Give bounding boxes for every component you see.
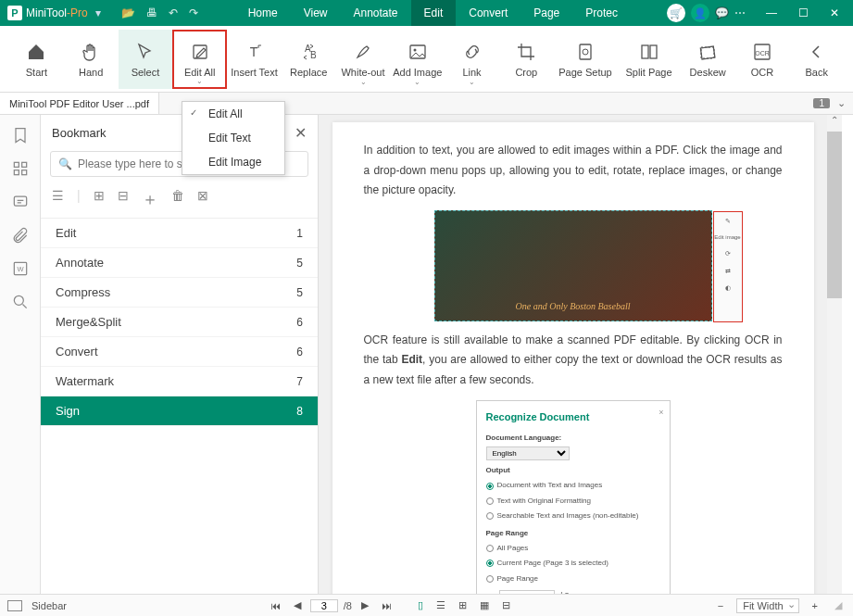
scroll-up-icon[interactable]: ⌃ [827,115,842,130]
page-input[interactable] [310,599,338,612]
ribbon-ocr[interactable]: OCROCR [735,30,790,89]
main-tab-home[interactable]: Home [235,0,291,26]
bookmark-item[interactable]: Merge&Split6 [41,308,318,337]
bookmark-title: Bookmark [52,126,107,140]
ribbon-link[interactable]: Link⌄ [445,30,499,89]
message-icon[interactable]: 💬 [715,6,729,19]
next-page-button[interactable]: ▶ [358,599,372,611]
output-opt3[interactable]: Searchable Text and Images (non-editable… [486,509,660,522]
file-tab[interactable]: MiniTool PDF Editor User ...pdf [0,93,159,114]
bm-collapse-icon[interactable]: ⊟ [118,188,129,210]
range-all[interactable]: All Pages [486,542,660,555]
ribbon-back[interactable]: Back [789,30,844,89]
ribbon-replace[interactable]: ABReplace [282,30,336,89]
sidebar-toggle-icon[interactable] [7,600,22,611]
close-button[interactable]: ✕ [820,0,849,26]
ribbon-split[interactable]: Split Page [617,30,681,89]
word-icon[interactable]: W [11,259,30,278]
print-icon[interactable]: 🖶 [146,6,157,19]
bm-expand-icon[interactable]: ⊞ [94,188,105,210]
cart-icon[interactable]: 🛒 [667,4,685,22]
title-dropdown-icon[interactable]: ▾ [92,6,105,19]
main-tab-convert[interactable]: Convert [456,0,521,26]
ribbon-label: Start [26,67,47,78]
ribbon-crop[interactable]: Crop [499,30,554,89]
redo-icon[interactable]: ↷ [189,6,198,19]
main-tab-edit[interactable]: Edit [411,0,457,26]
open-icon[interactable]: 📂 [121,6,135,19]
ribbon-hand[interactable]: Hand [64,30,119,89]
svg-rect-11 [701,47,714,58]
replace-icon[interactable]: ⇄ [725,266,731,278]
dropdown-item-edit-all[interactable]: Edit All [182,102,284,126]
bookmark-icon[interactable] [11,126,30,145]
ribbon-editall[interactable]: Edit All⌄ [172,30,227,89]
bookmark-item[interactable]: Convert6 [41,337,318,367]
dropdown-item-edit-image[interactable]: Edit Image [182,150,284,174]
first-page-button[interactable]: ⏮ [267,600,284,611]
resize-grip-icon[interactable]: ◢ [831,599,846,611]
main-tab-view[interactable]: View [291,0,341,26]
view-facing-cont-icon[interactable]: ▦ [476,599,493,611]
bookmark-close-icon[interactable]: ✕ [295,124,307,142]
account-icon[interactable]: 👤 [691,4,709,22]
minimize-button[interactable]: ― [757,0,786,26]
ribbon-insert[interactable]: TInsert Text [227,30,282,89]
more-icon[interactable]: ⋯ [734,6,746,19]
ribbon-whiteout[interactable]: White-out⌄ [336,30,391,89]
zoom-combo[interactable]: Fit Width [736,598,798,613]
view-grid-icon[interactable]: ⊟ [498,599,514,611]
view-cont-icon[interactable]: ☰ [433,599,449,611]
ribbon-pagesetup[interactable]: Page Setup [554,30,618,89]
main-tab-annotate[interactable]: Annotate [341,0,411,26]
ribbon-start[interactable]: Start [9,30,64,89]
view-single-icon[interactable]: ▯ [414,599,427,611]
bm-delete-icon[interactable]: 🗑 [171,188,184,210]
output-label: Output [486,464,660,477]
range-current[interactable]: Current Page (Page 3 is selected) [486,557,660,570]
dropdown-item-edit-text[interactable]: Edit Text [182,126,284,150]
edit-image-icon[interactable]: ✎ [725,216,731,228]
dialog-close-icon[interactable]: × [659,405,663,420]
zoom-in-button[interactable]: + [809,600,822,611]
ribbon-label: Back [805,67,827,78]
document-viewport[interactable]: In addition to text, you are allowed to … [319,115,827,594]
range-custom[interactable]: Page Range [486,572,660,585]
scroll-thumb[interactable] [827,132,842,298]
undo-icon[interactable]: ↶ [169,6,178,19]
ribbon-addimg[interactable]: Add Image⌄ [390,30,445,89]
bm-remove-icon[interactable]: ⊠ [197,188,208,210]
pdf-image[interactable]: One and Only Boston Baseball ✎ Edit imag… [434,210,712,321]
bookmark-item[interactable]: Compress5 [41,278,318,308]
bookmark-item[interactable]: Edit1 [41,219,318,248]
edit-image-toolbar[interactable]: ✎ Edit image ⟳ ⇄ ◐ [713,211,743,322]
zoom-out-button[interactable]: − [714,600,727,611]
attachment-icon[interactable] [11,226,30,245]
main-tab-page[interactable]: Page [521,0,572,26]
comments-icon[interactable] [11,193,30,211]
search-icon[interactable] [11,293,30,311]
thumbnails-icon[interactable] [11,159,30,178]
bookmark-item[interactable]: Sign8 [41,396,318,426]
bm-menu-icon[interactable]: ☰ [52,188,64,210]
ribbon-deskew[interactable]: Deskew [681,30,735,89]
view-mode-group: ▯ ☰ ⊞ ▦ ⊟ [414,599,514,611]
ribbon-select[interactable]: Select [119,30,173,89]
vertical-scrollbar[interactable]: ⌃ [827,115,842,594]
rotate-icon[interactable]: ⟳ [725,248,731,260]
maximize-button[interactable]: ☐ [788,0,818,26]
bm-add-icon[interactable]: ＋ [142,188,158,210]
opacity-icon[interactable]: ◐ [725,283,731,295]
lang-select[interactable]: English [486,446,570,460]
bookmark-item-page: 6 [296,316,303,329]
file-tab-chevron-icon[interactable]: ⌄ [830,97,853,109]
output-opt1[interactable]: Document with Text and Images [486,479,660,492]
output-opt2[interactable]: Text with Original Formatting [486,495,660,508]
view-facing-icon[interactable]: ⊞ [455,599,470,611]
bookmark-item[interactable]: Annotate5 [41,248,318,278]
main-tab-protec[interactable]: Protec [572,0,631,26]
prev-page-button[interactable]: ◀ [290,599,305,611]
bookmark-item[interactable]: Watermark7 [41,367,318,396]
last-page-button[interactable]: ⏭ [378,600,395,611]
title-bar: P MiniTool-Pro ▾ 📂 🖶 ↶ ↷ HomeViewAnnotat… [0,0,853,26]
